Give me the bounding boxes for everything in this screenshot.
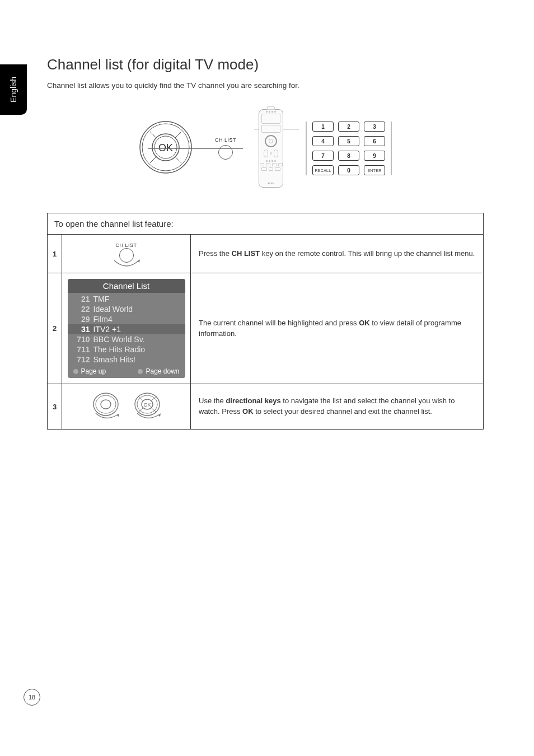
svg-line-17 [152, 408, 156, 412]
svg-line-16 [138, 408, 143, 412]
table-row: 1 CH LIST Press the CH LIST key on the r… [48, 235, 484, 273]
svg-line-15 [152, 396, 156, 400]
step-illustration: OK [62, 384, 191, 430]
key-1: 1 [312, 122, 334, 132]
svg-line-7 [175, 156, 181, 163]
key-7: 7 [312, 151, 334, 161]
hero-illustration: OK CH LIST ACER 1 2 3 4 [92, 106, 439, 190]
step-illustration: CH LIST [62, 235, 191, 273]
table-row: 3 [48, 384, 484, 430]
step-description: Press the CH LIST key on the remote cont… [191, 235, 484, 273]
remote-icon: ACER [259, 109, 283, 188]
page-down-label: Page down [138, 367, 179, 375]
svg-line-5 [175, 132, 181, 138]
osd-row: 710BBC World Sv. [73, 334, 180, 344]
osd-row: 22Ideal World [73, 304, 180, 314]
svg-line-4 [150, 132, 157, 138]
step-illustration: Channel List 21TMF 22Ideal World 29Film4… [62, 273, 191, 384]
step-description: Use the directional keys to navigate the… [191, 384, 484, 430]
page-title: Channel list (for digital TV mode) [47, 56, 484, 73]
key-4: 4 [312, 136, 334, 146]
ok-label: OK [158, 142, 173, 153]
key-recall: RECALL [312, 165, 334, 175]
page-number: 18 [24, 689, 40, 706]
osd-row: 711The Hits Radio [73, 344, 180, 354]
steps-table: To open the channel list feature: 1 CH L… [47, 213, 484, 430]
key-8: 8 [338, 151, 359, 161]
svg-point-8 [93, 393, 118, 416]
intro-text: Channel list allows you to quickly find … [47, 81, 484, 90]
language-label: English [9, 77, 18, 102]
channel-list-osd: Channel List 21TMF 22Ideal World 29Film4… [68, 279, 185, 378]
svg-line-6 [150, 156, 157, 163]
ok-wheel-small-icon: OK [130, 390, 164, 423]
page-up-label: Page up [73, 367, 106, 375]
osd-row: 21TMF [73, 294, 180, 304]
page-content: Channel list (for digital TV mode) Chann… [47, 56, 484, 430]
svg-point-10 [101, 400, 111, 409]
table-row: 2 Channel List 21TMF 22Ideal World 29Fil… [48, 273, 484, 384]
step-number: 2 [48, 273, 62, 384]
chlist-label: CH LIST [215, 137, 236, 143]
osd-row: 712Smash Hits! [73, 354, 180, 365]
svg-line-14 [138, 396, 143, 400]
keypad-illustration: 1 2 3 4 5 6 7 8 9 RECALL 0 ENTER [306, 122, 392, 175]
key-2: 2 [338, 122, 359, 132]
key-6: 6 [364, 136, 385, 146]
round-button-icon [218, 145, 233, 160]
step-description: The current channel will be highlighted … [191, 273, 484, 384]
key-0: 0 [338, 165, 359, 175]
step-number: 3 [48, 384, 62, 430]
table-header: To open the channel list feature: [48, 213, 484, 235]
key-5: 5 [338, 136, 359, 146]
osd-title: Channel List [68, 279, 185, 293]
svg-text:OK: OK [143, 402, 151, 408]
osd-row-selected: 31ITV2 +1 [68, 324, 185, 334]
key-3: 3 [364, 122, 385, 132]
osd-row: 29Film4 [73, 314, 180, 324]
key-enter: ENTER [364, 165, 385, 175]
step-number: 1 [48, 235, 62, 273]
svg-point-9 [96, 395, 116, 413]
connector-line [148, 148, 243, 149]
key-9: 9 [364, 151, 385, 161]
direction-wheel-icon [89, 390, 123, 423]
language-tab: English [0, 64, 27, 115]
chlist-label: CH LIST [115, 242, 137, 248]
